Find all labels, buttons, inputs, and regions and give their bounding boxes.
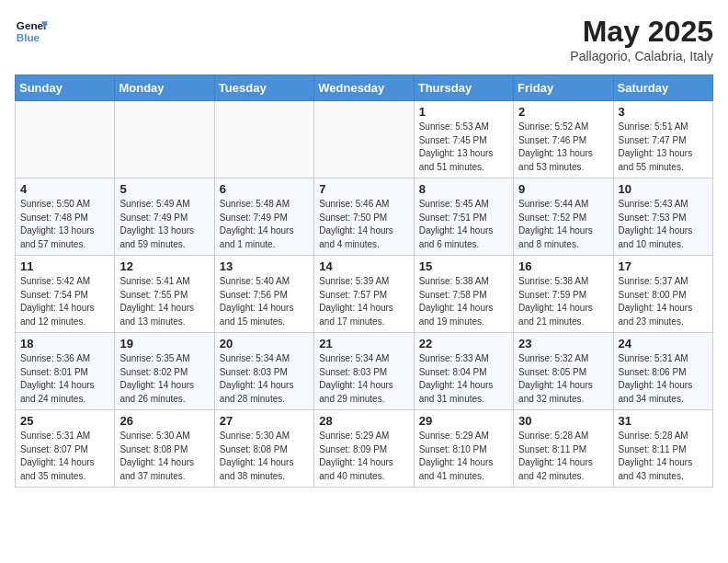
- day-number: 11: [20, 259, 109, 273]
- calendar-cell: 23Sunrise: 5:32 AM Sunset: 8:05 PM Dayli…: [514, 333, 613, 410]
- calendar-cell: 10Sunrise: 5:43 AM Sunset: 7:53 PM Dayli…: [613, 178, 712, 256]
- day-info: Sunrise: 5:35 AM Sunset: 8:02 PM Dayligh…: [119, 352, 209, 406]
- calendar-cell: 7Sunrise: 5:46 AM Sunset: 7:50 PM Daylig…: [314, 178, 414, 256]
- day-info: Sunrise: 5:51 AM Sunset: 7:47 PM Dayligh…: [619, 121, 708, 174]
- calendar-cell: 5Sunrise: 5:49 AM Sunset: 7:49 PM Daylig…: [115, 178, 214, 256]
- day-number: 12: [119, 259, 209, 273]
- day-number: 6: [220, 182, 309, 196]
- calendar-week-1: 1Sunrise: 5:53 AM Sunset: 7:45 PM Daylig…: [16, 101, 713, 178]
- calendar-cell: 18Sunrise: 5:36 AM Sunset: 8:01 PM Dayli…: [16, 333, 115, 410]
- calendar-cell: 30Sunrise: 5:28 AM Sunset: 8:11 PM Dayli…: [514, 410, 613, 488]
- col-header-wednesday: Wednesday: [314, 75, 414, 101]
- calendar-week-5: 25Sunrise: 5:31 AM Sunset: 8:07 PM Dayli…: [16, 410, 713, 488]
- calendar-cell: 11Sunrise: 5:42 AM Sunset: 7:54 PM Dayli…: [16, 256, 115, 333]
- calendar-cell: [314, 101, 414, 178]
- day-info: Sunrise: 5:39 AM Sunset: 7:57 PM Dayligh…: [319, 275, 408, 328]
- svg-text:Blue: Blue: [17, 31, 40, 43]
- calendar-cell: 8Sunrise: 5:45 AM Sunset: 7:51 PM Daylig…: [414, 178, 513, 256]
- day-info: Sunrise: 5:32 AM Sunset: 8:05 PM Dayligh…: [518, 352, 608, 406]
- day-info: Sunrise: 5:37 AM Sunset: 8:00 PM Dayligh…: [619, 275, 708, 328]
- calendar-cell: 27Sunrise: 5:30 AM Sunset: 8:08 PM Dayli…: [214, 410, 313, 488]
- day-info: Sunrise: 5:44 AM Sunset: 7:52 PM Dayligh…: [518, 198, 608, 251]
- calendar-cell: 1Sunrise: 5:53 AM Sunset: 7:45 PM Daylig…: [414, 101, 513, 178]
- logo: General Blue: [15, 15, 48, 48]
- day-number: 15: [419, 259, 508, 273]
- calendar-week-3: 11Sunrise: 5:42 AM Sunset: 7:54 PM Dayli…: [16, 256, 713, 333]
- day-info: Sunrise: 5:30 AM Sunset: 8:08 PM Dayligh…: [119, 430, 209, 483]
- calendar-cell: 21Sunrise: 5:34 AM Sunset: 8:03 PM Dayli…: [314, 333, 414, 410]
- calendar-cell: 3Sunrise: 5:51 AM Sunset: 7:47 PM Daylig…: [613, 101, 712, 178]
- calendar-cell: 22Sunrise: 5:33 AM Sunset: 8:04 PM Dayli…: [414, 333, 513, 410]
- day-info: Sunrise: 5:38 AM Sunset: 7:58 PM Dayligh…: [419, 275, 508, 328]
- day-info: Sunrise: 5:34 AM Sunset: 8:03 PM Dayligh…: [319, 352, 408, 406]
- calendar-cell: 13Sunrise: 5:40 AM Sunset: 7:56 PM Dayli…: [214, 256, 313, 333]
- calendar-cell: 6Sunrise: 5:48 AM Sunset: 7:49 PM Daylig…: [214, 178, 313, 256]
- col-header-sunday: Sunday: [16, 75, 115, 101]
- day-info: Sunrise: 5:50 AM Sunset: 7:48 PM Dayligh…: [20, 198, 109, 251]
- day-number: 4: [20, 182, 109, 196]
- day-number: 21: [319, 337, 408, 350]
- calendar-cell: 15Sunrise: 5:38 AM Sunset: 7:58 PM Dayli…: [414, 256, 513, 333]
- day-info: Sunrise: 5:52 AM Sunset: 7:46 PM Dayligh…: [518, 121, 608, 174]
- day-info: Sunrise: 5:40 AM Sunset: 7:56 PM Dayligh…: [220, 275, 309, 328]
- location-subtitle: Pallagorio, Calabria, Italy: [570, 49, 713, 63]
- day-info: Sunrise: 5:53 AM Sunset: 7:45 PM Dayligh…: [419, 121, 508, 174]
- col-header-monday: Monday: [115, 75, 214, 101]
- day-number: 16: [518, 259, 608, 273]
- day-info: Sunrise: 5:45 AM Sunset: 7:51 PM Dayligh…: [419, 198, 508, 251]
- day-number: 31: [619, 414, 708, 428]
- day-info: Sunrise: 5:46 AM Sunset: 7:50 PM Dayligh…: [319, 198, 408, 251]
- day-info: Sunrise: 5:49 AM Sunset: 7:49 PM Dayligh…: [119, 198, 209, 251]
- day-info: Sunrise: 5:36 AM Sunset: 8:01 PM Dayligh…: [20, 352, 109, 406]
- day-number: 28: [319, 414, 408, 428]
- title-block: May 2025 Pallagorio, Calabria, Italy: [570, 15, 713, 63]
- day-number: 25: [20, 414, 109, 428]
- page-header: General Blue May 2025 Pallagorio, Calabr…: [15, 15, 713, 63]
- day-number: 2: [518, 105, 608, 119]
- day-number: 10: [619, 182, 708, 196]
- day-number: 9: [518, 182, 608, 196]
- day-info: Sunrise: 5:48 AM Sunset: 7:49 PM Dayligh…: [220, 198, 309, 251]
- calendar-cell: [16, 101, 115, 178]
- day-info: Sunrise: 5:28 AM Sunset: 8:11 PM Dayligh…: [619, 430, 708, 483]
- day-number: 8: [419, 182, 508, 196]
- day-number: 14: [319, 259, 408, 273]
- col-header-tuesday: Tuesday: [214, 75, 313, 101]
- day-number: 5: [119, 182, 209, 196]
- calendar-cell: 24Sunrise: 5:31 AM Sunset: 8:06 PM Dayli…: [613, 333, 712, 410]
- calendar-cell: 2Sunrise: 5:52 AM Sunset: 7:46 PM Daylig…: [514, 101, 613, 178]
- calendar-cell: 26Sunrise: 5:30 AM Sunset: 8:08 PM Dayli…: [115, 410, 214, 488]
- day-info: Sunrise: 5:43 AM Sunset: 7:53 PM Dayligh…: [619, 198, 708, 251]
- day-number: 19: [119, 337, 209, 350]
- calendar-week-2: 4Sunrise: 5:50 AM Sunset: 7:48 PM Daylig…: [16, 178, 713, 256]
- logo-icon: General Blue: [15, 15, 48, 48]
- calendar-week-4: 18Sunrise: 5:36 AM Sunset: 8:01 PM Dayli…: [16, 333, 713, 410]
- calendar-cell: 17Sunrise: 5:37 AM Sunset: 8:00 PM Dayli…: [613, 256, 712, 333]
- calendar-cell: 29Sunrise: 5:29 AM Sunset: 8:10 PM Dayli…: [414, 410, 513, 488]
- day-number: 3: [619, 105, 708, 119]
- calendar-cell: 14Sunrise: 5:39 AM Sunset: 7:57 PM Dayli…: [314, 256, 414, 333]
- day-info: Sunrise: 5:31 AM Sunset: 8:06 PM Dayligh…: [619, 352, 708, 406]
- calendar-cell: 20Sunrise: 5:34 AM Sunset: 8:03 PM Dayli…: [214, 333, 313, 410]
- day-number: 26: [119, 414, 209, 428]
- calendar-cell: 25Sunrise: 5:31 AM Sunset: 8:07 PM Dayli…: [16, 410, 115, 488]
- calendar-cell: 31Sunrise: 5:28 AM Sunset: 8:11 PM Dayli…: [613, 410, 712, 488]
- day-number: 22: [419, 337, 508, 350]
- day-info: Sunrise: 5:41 AM Sunset: 7:55 PM Dayligh…: [119, 275, 209, 328]
- calendar-cell: 9Sunrise: 5:44 AM Sunset: 7:52 PM Daylig…: [514, 178, 613, 256]
- day-info: Sunrise: 5:31 AM Sunset: 8:07 PM Dayligh…: [20, 430, 109, 483]
- calendar-header-row: SundayMondayTuesdayWednesdayThursdayFrid…: [16, 75, 713, 101]
- month-title: May 2025: [570, 15, 713, 49]
- day-number: 24: [619, 337, 708, 350]
- day-info: Sunrise: 5:30 AM Sunset: 8:08 PM Dayligh…: [220, 430, 309, 483]
- svg-text:General: General: [17, 19, 48, 31]
- day-number: 1: [419, 105, 508, 119]
- day-number: 30: [518, 414, 608, 428]
- calendar-cell: 19Sunrise: 5:35 AM Sunset: 8:02 PM Dayli…: [115, 333, 214, 410]
- day-number: 13: [220, 259, 309, 273]
- day-info: Sunrise: 5:29 AM Sunset: 8:09 PM Dayligh…: [319, 430, 408, 483]
- day-info: Sunrise: 5:29 AM Sunset: 8:10 PM Dayligh…: [419, 430, 508, 483]
- day-number: 23: [518, 337, 608, 350]
- day-number: 7: [319, 182, 408, 196]
- calendar-cell: 28Sunrise: 5:29 AM Sunset: 8:09 PM Dayli…: [314, 410, 414, 488]
